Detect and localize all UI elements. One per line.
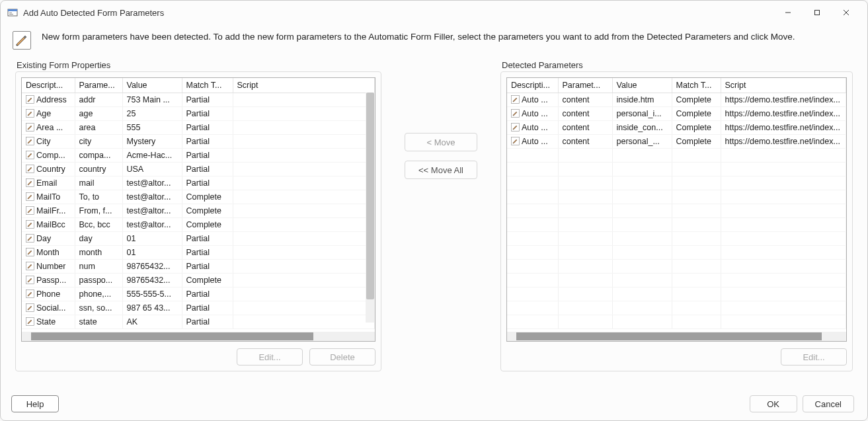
cell-script <box>233 273 375 287</box>
edit-row-icon <box>26 317 34 326</box>
cell-value: Acme-Hac... <box>122 148 182 162</box>
col-script[interactable]: Script <box>233 78 375 93</box>
cell-script <box>233 134 375 148</box>
table-header-row: Descript... Parame... Value Match T... S… <box>22 78 375 93</box>
help-button[interactable]: Help <box>11 395 59 412</box>
table-row[interactable] <box>507 245 846 259</box>
table-row[interactable] <box>507 259 846 273</box>
cancel-button[interactable]: Cancel <box>803 395 854 412</box>
left-panel-title: Existing Form Properties <box>15 60 381 70</box>
table-row[interactable]: CitycityMysteryPartial <box>22 134 375 148</box>
table-row[interactable] <box>507 273 846 287</box>
instruction-text: New form parameters have been detected. … <box>42 31 795 44</box>
table-row[interactable]: Phonephone,...555-555-5...Partial <box>22 287 375 301</box>
cell-parameter: day <box>75 231 122 245</box>
edit-row-icon <box>511 109 520 118</box>
table-row[interactable] <box>507 204 846 217</box>
cell-matchtype: Partial <box>182 148 233 162</box>
cell-description: Address <box>36 95 67 104</box>
table-row[interactable]: Auto ...contentinside.htmCompletehttps:/… <box>507 93 846 106</box>
cell-parameter: content <box>558 93 612 106</box>
table-row[interactable] <box>507 287 846 301</box>
window-controls <box>773 3 861 22</box>
table-row[interactable]: Auto ...contentinside_con...Completehttp… <box>507 120 846 134</box>
table-row[interactable]: Passp...passpo...98765432...Complete <box>22 273 375 287</box>
table-row[interactable]: StatestateAKPartial <box>22 315 375 328</box>
edit-row-icon <box>26 206 34 215</box>
vertical-scrollbar[interactable] <box>366 93 375 323</box>
cell-parameter: age <box>75 106 122 120</box>
edit-row-icon <box>26 178 34 187</box>
table-row[interactable]: Numbernum98765432...Partial <box>22 259 375 273</box>
cell-description: MailTo <box>36 192 60 202</box>
table-row[interactable]: Social...ssn, so...987 65 43...Partial <box>22 301 375 315</box>
cell-matchtype: Partial <box>182 245 233 259</box>
edit-button[interactable]: Edit... <box>237 348 303 365</box>
col-description[interactable]: Descripti... <box>507 78 558 93</box>
col-script[interactable]: Script <box>721 78 846 93</box>
table-row[interactable]: Addressaddr753 Main ...Partial <box>22 93 375 106</box>
detected-parameters-panel: Detected Parameters Descripti... Paramet… <box>500 60 853 385</box>
cell-value: 555 <box>122 120 182 134</box>
cell-script <box>233 217 375 231</box>
table-row[interactable] <box>507 301 846 315</box>
table-row[interactable] <box>507 315 846 328</box>
col-parameter[interactable]: Paramet... <box>558 78 612 93</box>
cell-value: 98765432... <box>122 259 182 273</box>
cell-parameter: content <box>558 106 612 120</box>
cell-parameter: content <box>558 134 612 148</box>
table-row[interactable]: MailBccBcc, bcctest@altor...Complete <box>22 217 375 231</box>
table-row[interactable] <box>507 148 846 162</box>
edit-button[interactable]: Edit... <box>781 348 847 365</box>
col-value[interactable]: Value <box>122 78 182 93</box>
cell-description: Social... <box>36 303 65 313</box>
table-row[interactable]: Emailmailtest@altor...Partial <box>22 176 375 190</box>
maximize-button[interactable] <box>803 3 832 22</box>
cell-parameter: addr <box>75 93 122 106</box>
close-button[interactable] <box>832 3 861 22</box>
table-row[interactable]: Ageage25Partial <box>22 106 375 120</box>
cell-parameter: compa... <box>75 148 122 162</box>
delete-button[interactable]: Delete <box>309 348 375 365</box>
cell-parameter: ssn, so... <box>75 301 122 315</box>
cell-description: City <box>36 137 51 146</box>
app-icon <box>7 7 18 18</box>
cell-value: inside.htm <box>612 93 672 106</box>
cell-value: personal_... <box>612 134 672 148</box>
col-matchtype[interactable]: Match T... <box>182 78 233 93</box>
table-row[interactable]: Dayday01Partial <box>22 231 375 245</box>
col-parameter[interactable]: Parame... <box>75 78 122 93</box>
existing-table[interactable]: Descript... Parame... Value Match T... S… <box>21 77 375 342</box>
table-row[interactable] <box>507 162 846 176</box>
cell-value: 01 <box>122 245 182 259</box>
table-row[interactable] <box>507 217 846 231</box>
cell-matchtype: Partial <box>182 134 233 148</box>
table-row[interactable]: Area ...area555Partial <box>22 120 375 134</box>
edit-row-icon <box>26 95 34 104</box>
minimize-button[interactable] <box>773 3 803 22</box>
col-value[interactable]: Value <box>612 78 672 93</box>
table-row[interactable] <box>507 190 846 204</box>
table-row[interactable]: MailFr...From, f...test@altor...Complete <box>22 204 375 217</box>
col-matchtype[interactable]: Match T... <box>672 78 721 93</box>
table-row[interactable]: Comp...compa...Acme-Hac...Partial <box>22 148 375 162</box>
cell-value: inside_con... <box>612 120 672 134</box>
cell-value: USA <box>122 162 182 176</box>
table-row[interactable]: CountrycountryUSAPartial <box>22 162 375 176</box>
move-all-button[interactable]: << Move All <box>405 161 477 179</box>
detected-table[interactable]: Descripti... Paramet... Value Match T...… <box>506 77 847 342</box>
table-row[interactable] <box>507 231 846 245</box>
table-row[interactable]: Monthmonth01Partial <box>22 245 375 259</box>
table-row[interactable]: Auto ...contentpersonal_...Completehttps… <box>507 134 846 148</box>
table-row[interactable] <box>507 176 846 190</box>
table-row[interactable]: MailToTo, totest@altor...Complete <box>22 190 375 204</box>
table-row[interactable]: Auto ...contentpersonal_i...Completehttp… <box>507 106 846 120</box>
horizontal-scrollbar[interactable] <box>22 332 375 341</box>
ok-button[interactable]: OK <box>750 395 797 412</box>
cell-description: Day <box>36 234 51 243</box>
right-panel-buttons: Edit... <box>506 348 847 365</box>
col-description[interactable]: Descript... <box>22 78 75 93</box>
cell-matchtype: Partial <box>182 287 233 301</box>
move-button[interactable]: < Move <box>405 133 477 151</box>
horizontal-scrollbar[interactable] <box>507 332 846 341</box>
